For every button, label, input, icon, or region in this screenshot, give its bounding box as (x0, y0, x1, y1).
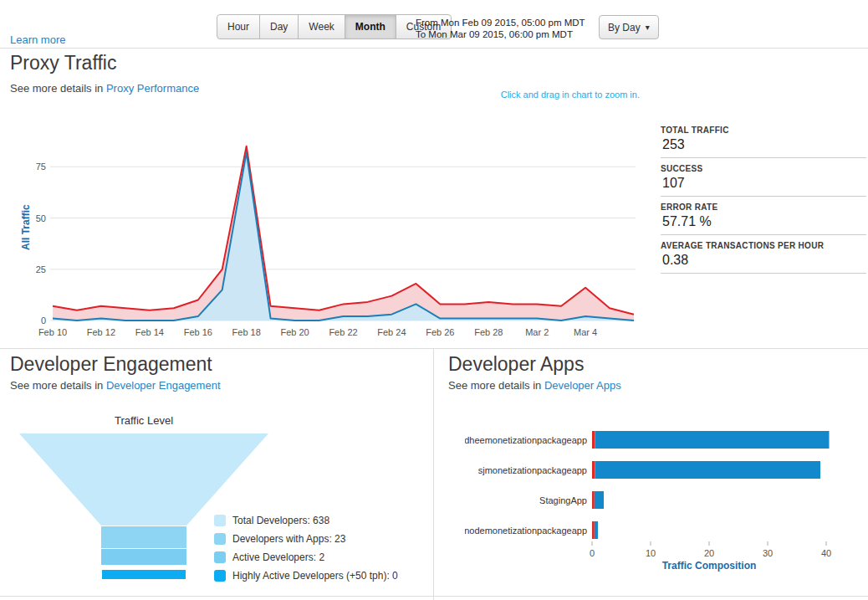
svg-text:20: 20 (704, 548, 714, 558)
subtitle-prefix: See more details in (10, 379, 106, 392)
proxy-performance-link[interactable]: Proxy Performance (106, 82, 199, 95)
developer-apps-chart: 010203040sudheemonetizationpackageappsjm… (465, 423, 858, 572)
section-divider (0, 348, 868, 349)
legend-label: Highly Active Developers (+50 tph): 0 (232, 570, 398, 582)
by-day-label: By Day (608, 22, 641, 33)
svg-text:50: 50 (36, 213, 46, 223)
time-range-week-button[interactable]: Week (298, 14, 345, 39)
subtitle-prefix: See more details in (448, 379, 544, 392)
developer-engagement-link[interactable]: Developer Engagement (106, 379, 221, 392)
legend-swatch (214, 533, 226, 545)
time-range-month-button[interactable]: Month (345, 14, 396, 39)
svg-text:nodemonetizationpackageapp: nodemonetizationpackageapp (465, 526, 587, 536)
svg-text:Feb 28: Feb 28 (474, 327, 503, 337)
svg-text:Feb 16: Feb 16 (184, 327, 212, 337)
svg-text:30: 30 (763, 548, 773, 558)
proxy-traffic-title: Proxy Traffic (10, 52, 116, 74)
svg-text:Feb 12: Feb 12 (87, 327, 115, 337)
svg-text:sudheemonetizationpackageapp: sudheemonetizationpackageapp (465, 435, 587, 445)
bottom-divider (0, 596, 868, 597)
svg-text:40: 40 (821, 548, 831, 558)
svg-text:Mar 2: Mar 2 (525, 327, 549, 337)
legend-item: Active Developers: 2 (214, 548, 398, 567)
legend-label: Active Developers: 2 (232, 551, 324, 563)
developer-apps-title: Developer Apps (448, 353, 584, 376)
svg-text:Traffic Composition: Traffic Composition (662, 560, 757, 572)
legend-swatch (214, 515, 226, 526)
zoom-hint: Click and drag in chart to zoom in. (501, 90, 640, 100)
developer-apps-subtitle: See more details in Developer Apps (448, 379, 621, 392)
legend-label: Total Developers: 638 (232, 515, 329, 526)
stat-label: SUCCESS (661, 164, 866, 173)
stat-value: 0.38 (662, 253, 866, 268)
stat-error-rate: ERROR RATE 57.71 % (661, 203, 866, 235)
caret-down-icon: ▾ (646, 23, 650, 32)
stat-label: TOTAL TRAFFIC (661, 126, 866, 135)
legend-item: Total Developers: 638 (214, 511, 398, 530)
svg-text:0: 0 (590, 548, 595, 558)
svg-text:StagingApp: StagingApp (539, 495, 587, 505)
stat-value: 57.71 % (662, 214, 866, 229)
learn-more-link[interactable]: Learn more (10, 33, 65, 46)
svg-text:Feb 22: Feb 22 (329, 327, 357, 337)
svg-text:Feb 24: Feb 24 (377, 327, 406, 337)
funnel-title: Traffic Level (18, 414, 269, 427)
legend-item: Developers with Apps: 23 (214, 530, 398, 548)
stat-total-traffic: TOTAL TRAFFIC 253 (661, 126, 866, 158)
legend-swatch (214, 551, 226, 563)
column-divider (433, 348, 434, 600)
svg-text:Feb 20: Feb 20 (280, 327, 309, 337)
proxy-traffic-chart[interactable]: 0255075Feb 10Feb 12Feb 14Feb 16Feb 18Feb… (32, 121, 651, 344)
svg-text:75: 75 (36, 162, 46, 172)
stat-value: 107 (662, 176, 866, 191)
stat-avg-tph: AVERAGE TRANSACTIONS PER HOUR 0.38 (661, 241, 866, 274)
svg-text:Feb 18: Feb 18 (232, 327, 261, 337)
stat-value: 253 (662, 137, 866, 152)
subtitle-prefix: See more details in (10, 82, 106, 95)
svg-text:sjmonetizationpackageapp: sjmonetizationpackageapp (478, 465, 587, 475)
developer-engagement-title: Developer Engagement (10, 353, 212, 376)
svg-text:Feb 10: Feb 10 (38, 327, 67, 337)
time-range-hour-button[interactable]: Hour (217, 14, 260, 39)
proxy-traffic-subtitle: See more details in Proxy Performance (10, 82, 199, 95)
developer-apps-link[interactable]: Developer Apps (544, 379, 621, 392)
date-range: From Mon Feb 09 2015, 05:00 pm MDT To Mo… (416, 17, 585, 40)
svg-text:0: 0 (41, 315, 46, 326)
time-range-day-button[interactable]: Day (259, 14, 299, 39)
legend-label: Developers with Apps: 23 (232, 533, 345, 545)
dashboard: Learn more Hour Day Week Month Custom Fr… (0, 0, 868, 600)
stat-label: ERROR RATE (661, 203, 866, 212)
stat-label: AVERAGE TRANSACTIONS PER HOUR (661, 241, 866, 250)
svg-text:25: 25 (36, 264, 46, 274)
funnel-legend: Total Developers: 638 Developers with Ap… (214, 511, 398, 585)
stat-success: SUCCESS 107 (661, 164, 866, 197)
developer-engagement-subtitle: See more details in Developer Engagement (10, 379, 221, 392)
by-day-dropdown[interactable]: By Day ▾ (599, 15, 659, 39)
traffic-stats-panel: TOTAL TRAFFIC 253 SUCCESS 107 ERROR RATE… (661, 126, 866, 279)
svg-text:Feb 14: Feb 14 (135, 327, 164, 337)
svg-text:Feb 26: Feb 26 (426, 327, 454, 337)
legend-item: Highly Active Developers (+50 tph): 0 (214, 567, 398, 585)
header-divider (0, 48, 868, 49)
svg-text:10: 10 (646, 548, 656, 558)
date-range-to: To Mon Mar 09 2015, 06:00 pm MDT (416, 28, 585, 40)
svg-text:Mar 4: Mar 4 (574, 327, 597, 337)
legend-swatch (214, 570, 226, 582)
date-range-from: From Mon Feb 09 2015, 05:00 pm MDT (416, 17, 585, 28)
